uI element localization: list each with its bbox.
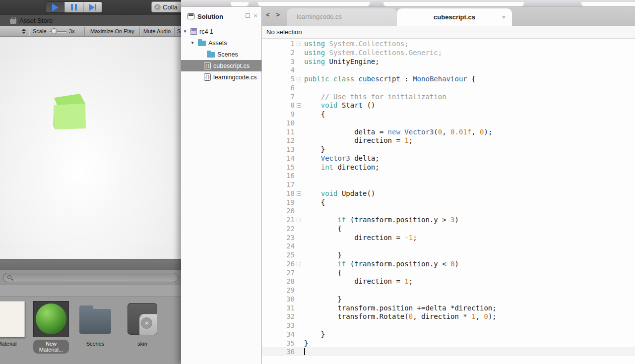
line-number: 14 — [262, 154, 295, 162]
code-line[interactable]: 25 } — [262, 250, 635, 259]
asset-item[interactable]: ×skin — [125, 301, 160, 348]
fold-marker-icon[interactable] — [297, 218, 301, 222]
asset-store-label: Asset Store — [19, 17, 53, 24]
line-number: 12 — [262, 136, 295, 144]
code-line[interactable]: 32 transform.Rotate(0, direction * 1, 0)… — [262, 312, 635, 321]
ide-window: Solution × ▼rc4 1▼AssetsScenes{}cubescri… — [181, 0, 635, 364]
code-line[interactable]: 3using UnityEngine; — [262, 57, 635, 66]
dock-panel-icon[interactable] — [246, 13, 250, 18]
line-number: 1 — [262, 40, 295, 48]
code-line[interactable]: 36 — [262, 347, 635, 356]
mute-audio-button[interactable]: Mute Audio — [143, 26, 171, 36]
code-text: Vector3 delta; — [304, 154, 380, 162]
code-line[interactable]: 26 if (transform.position.y < 0) — [262, 259, 635, 268]
code-line[interactable]: 5public class cubescript : MonoBehaviour… — [262, 74, 635, 83]
code-line[interactable]: 14 Vector3 delta; — [262, 154, 635, 163]
tree-item[interactable]: Scenes — [181, 49, 261, 60]
game-view[interactable] — [0, 37, 181, 259]
code-line[interactable]: 33 — [262, 321, 635, 330]
code-line[interactable]: 17 — [262, 180, 635, 189]
tree-item[interactable]: {}cubescript.cs — [181, 60, 261, 71]
code-text: void Update() — [304, 189, 375, 197]
line-number: 21 — [262, 216, 295, 224]
line-number: 3 — [262, 58, 295, 65]
code-line[interactable]: 35} — [262, 339, 635, 348]
fold-marker-icon[interactable] — [297, 103, 301, 108]
code-line[interactable]: 9 { — [262, 110, 635, 119]
code-line[interactable]: 28 direction = 1; — [262, 277, 635, 286]
line-number: 25 — [262, 251, 295, 259]
asset-store-tab[interactable]: Asset Store — [0, 15, 181, 26]
tree-item[interactable]: {}learningcode.cs — [181, 71, 261, 83]
skin-thumbnail-icon: × — [125, 301, 160, 337]
fold-marker-icon[interactable] — [297, 77, 301, 81]
line-number: 20 — [262, 207, 295, 215]
pause-button[interactable] — [64, 1, 83, 13]
play-button[interactable] — [46, 1, 64, 13]
code-line[interactable]: 21 if (transform.position.y > 3) — [262, 215, 635, 224]
caret-down-icon[interactable]: ▼ — [190, 41, 195, 45]
aspect-dropdown-icon[interactable] — [22, 29, 26, 34]
code-line[interactable]: 20 — [262, 206, 635, 215]
tree-item[interactable]: ▼Assets — [181, 37, 261, 49]
folder-icon — [198, 41, 206, 46]
code-line[interactable]: 18 void Update() — [262, 189, 635, 198]
code-line[interactable]: 30 } — [262, 295, 635, 303]
sphere-thumbnail-icon — [33, 301, 69, 337]
scale-slider-knob[interactable] — [51, 28, 57, 34]
close-tab-icon[interactable]: × — [502, 8, 506, 26]
scale-value: 3x — [69, 26, 75, 36]
code-line[interactable]: 8 void Start () — [262, 101, 635, 110]
code-line[interactable]: 31 transform.position +=delta *direction… — [262, 303, 635, 312]
fold-marker-icon[interactable] — [297, 262, 301, 266]
asset-item[interactable]: New Material... — [33, 301, 69, 354]
code-line[interactable]: 19 { — [262, 198, 635, 207]
code-text: public class cubescript : MonoBehaviour … — [304, 75, 476, 83]
fold-marker-icon[interactable] — [297, 191, 301, 196]
code-line[interactable]: 12 direction = 1; — [262, 136, 635, 145]
asset-item[interactable]: Scenes — [77, 301, 113, 348]
code-line[interactable]: 4 — [262, 65, 635, 74]
solution-panel: Solution × ▼rc4 1▼AssetsScenes{}cubescri… — [181, 7, 262, 364]
asset-item[interactable]: Material — [0, 301, 25, 348]
code-line[interactable]: 2using System.Collections.Generic; — [262, 48, 635, 57]
code-line[interactable]: 24 — [262, 242, 635, 250]
code-line[interactable]: 13 } — [262, 145, 635, 154]
tab-learningcode[interactable]: learningcode.cs — [287, 8, 397, 26]
code-line[interactable]: 16 — [262, 171, 635, 180]
close-panel-icon[interactable]: × — [254, 13, 257, 18]
code-line[interactable]: 1using System.Collections; — [262, 39, 635, 48]
step-button[interactable] — [83, 1, 102, 13]
code-text: // Use this for initialization — [304, 93, 446, 101]
nav-back-icon[interactable]: < — [266, 11, 270, 18]
fold-marker-icon[interactable] — [297, 42, 301, 46]
caret-down-icon[interactable]: ▼ — [183, 29, 188, 34]
code-line[interactable]: 15 int direction; — [262, 163, 635, 172]
code-line[interactable]: 22 { — [262, 224, 635, 233]
tab-cubescript[interactable]: cubescript.cs × — [397, 8, 512, 26]
code-text — [304, 348, 305, 356]
code-line[interactable]: 11 delta = new Vector3(0, 0.01f, 0); — [262, 127, 635, 136]
project-search-row — [0, 270, 181, 285]
code-line[interactable]: 10 — [262, 119, 635, 127]
collab-button[interactable]: ✓ Colla — [151, 1, 181, 12]
search-input[interactable] — [3, 273, 179, 282]
line-number: 13 — [262, 145, 295, 153]
maximize-on-play-button[interactable]: Maximize On Play — [90, 26, 134, 36]
code-text: int direction; — [304, 163, 380, 171]
unity-window: ✓ Colla Asset Store Scale 3x Maximize On… — [0, 0, 181, 364]
code-line[interactable]: 7 // Use this for initialization — [262, 92, 635, 101]
code-line[interactable]: 34 } — [262, 330, 635, 339]
code-line[interactable]: 27 { — [262, 268, 635, 277]
nav-forward-icon[interactable]: > — [276, 11, 280, 18]
tree-item[interactable]: ▼rc4 1 — [181, 26, 261, 37]
code-line[interactable]: 6 — [262, 83, 635, 92]
folder-icon — [207, 52, 215, 58]
code-text: transform.position +=delta *direction; — [304, 304, 497, 312]
code-line[interactable]: 23 direction = -1; — [262, 233, 635, 242]
code-text: } — [304, 251, 342, 259]
code-area[interactable]: 1using System.Collections;2using System.… — [262, 39, 635, 364]
collab-label: Colla — [163, 3, 178, 11]
stats-button[interactable]: S — [177, 26, 181, 36]
code-line[interactable]: 29 — [262, 286, 635, 295]
